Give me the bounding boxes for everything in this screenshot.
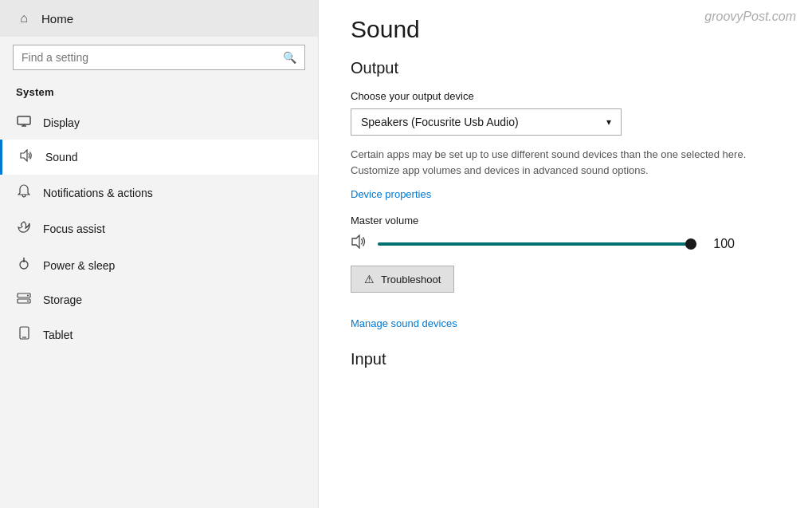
- choose-device-label: Choose your output device: [351, 90, 780, 102]
- focus-label: Focus assist: [43, 222, 105, 235]
- display-icon: [16, 116, 32, 130]
- search-input[interactable]: [22, 51, 277, 64]
- home-label: Home: [41, 12, 73, 26]
- slider-fill: [378, 242, 696, 246]
- power-icon: [16, 257, 32, 274]
- volume-icon: [351, 234, 368, 253]
- svg-marker-3: [21, 150, 27, 161]
- system-label: System: [0, 81, 318, 106]
- focus-icon: [16, 220, 32, 238]
- notifications-label: Notifications & actions: [43, 187, 153, 199]
- troubleshoot-button[interactable]: ⚠ Troubleshoot: [351, 266, 454, 293]
- sidebar-item-focus[interactable]: Focus assist: [0, 211, 318, 247]
- home-icon: ⌂: [16, 11, 32, 26]
- volume-slider[interactable]: [378, 242, 696, 246]
- tablet-icon: [16, 326, 32, 343]
- sidebar-item-display[interactable]: Display: [0, 106, 318, 140]
- storage-icon: [16, 293, 32, 307]
- svg-marker-12: [352, 235, 359, 248]
- sidebar-item-notifications[interactable]: Notifications & actions: [0, 175, 318, 211]
- svg-point-8: [27, 295, 29, 297]
- troubleshoot-label: Troubleshoot: [381, 274, 441, 286]
- sidebar: ⌂ Home 🔍 System Display Sound: [0, 0, 319, 508]
- tablet-label: Tablet: [43, 329, 73, 341]
- volume-value: 100: [706, 237, 735, 251]
- input-heading: Input: [351, 350, 780, 368]
- sidebar-item-storage[interactable]: Storage: [0, 283, 318, 317]
- device-properties-link[interactable]: Device properties: [351, 188, 431, 200]
- output-description: Certain apps may be set up to use differ…: [351, 147, 780, 178]
- power-label: Power & sleep: [43, 259, 115, 272]
- sidebar-item-home[interactable]: ⌂ Home: [0, 0, 318, 37]
- search-container: 🔍: [0, 37, 318, 81]
- svg-rect-0: [18, 116, 30, 124]
- device-select-dropdown[interactable]: Speakers (Focusrite Usb Audio) ▾: [351, 108, 622, 136]
- notifications-icon: [16, 184, 32, 201]
- storage-label: Storage: [43, 293, 82, 306]
- device-name: Speakers (Focusrite Usb Audio): [361, 116, 519, 128]
- sound-icon: [18, 149, 34, 165]
- volume-label: Master volume: [351, 215, 780, 226]
- output-heading: Output: [351, 59, 780, 77]
- chevron-down-icon: ▾: [606, 116, 611, 128]
- sound-label: Sound: [45, 151, 77, 163]
- sidebar-item-sound[interactable]: Sound: [0, 140, 318, 175]
- slider-thumb: [685, 238, 696, 250]
- volume-row: 100: [351, 234, 780, 253]
- sidebar-item-power[interactable]: Power & sleep: [0, 247, 318, 283]
- manage-sound-devices-link[interactable]: Manage sound devices: [351, 317, 457, 329]
- svg-point-9: [27, 301, 29, 302]
- main-wrapper: groovyPost.com Sound Output Choose your …: [319, 0, 812, 508]
- watermark: groovyPost.com: [704, 10, 796, 24]
- sidebar-item-tablet[interactable]: Tablet: [0, 317, 318, 352]
- display-label: Display: [43, 116, 80, 129]
- search-icon: 🔍: [283, 51, 296, 64]
- main-content: Sound Output Choose your output device S…: [319, 0, 812, 508]
- search-box: 🔍: [13, 45, 305, 70]
- warning-icon: ⚠: [364, 273, 375, 286]
